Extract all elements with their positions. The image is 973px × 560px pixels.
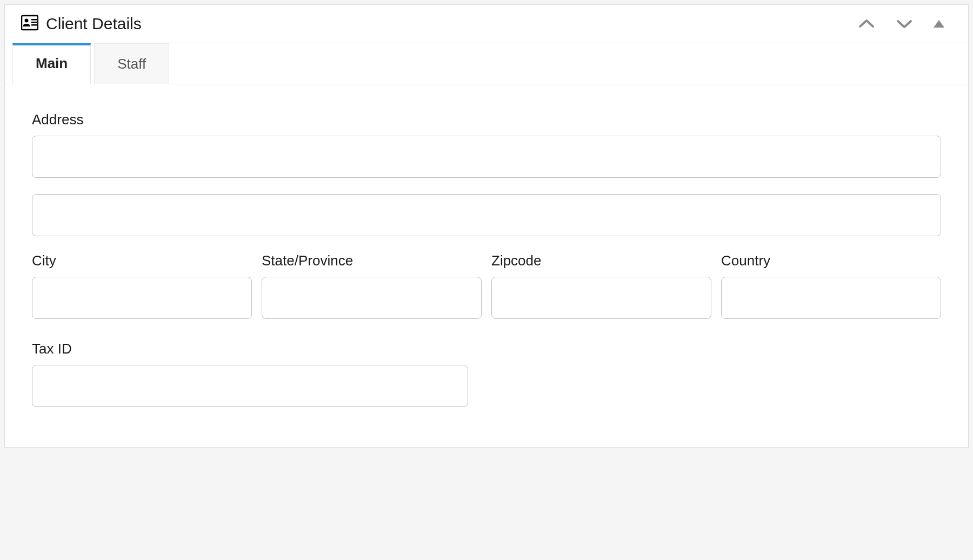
chevron-up-icon[interactable]	[856, 16, 877, 32]
tab-label: Staff	[117, 56, 146, 72]
state-input[interactable]	[262, 277, 482, 319]
svg-rect-3	[31, 22, 37, 23]
zip-label: Zipcode	[491, 252, 711, 269]
country-label: Country	[721, 252, 941, 269]
city-group: City	[32, 252, 252, 319]
svg-rect-2	[31, 19, 37, 21]
tab-main[interactable]: Main	[12, 43, 91, 84]
country-group: Country	[721, 252, 941, 319]
location-row: City State/Province Zipcode Country	[32, 252, 941, 319]
taxid-label: Tax ID	[32, 341, 468, 357]
state-group: State/Province	[262, 252, 482, 319]
city-input[interactable]	[32, 277, 252, 319]
address-group: Address	[32, 111, 941, 236]
country-input[interactable]	[721, 277, 941, 319]
panel-title: Client Details	[46, 15, 142, 33]
id-card-icon	[21, 15, 38, 33]
svg-rect-4	[31, 24, 37, 26]
tab-label: Main	[36, 55, 68, 71]
collapse-triangle-icon[interactable]	[931, 18, 947, 30]
address-line2-input[interactable]	[32, 194, 941, 236]
panel-header-left: Client Details	[21, 15, 142, 33]
panel-header-controls	[856, 16, 952, 32]
form-body: Address City State/Province Zipcode Coun…	[5, 84, 968, 418]
client-details-panel: Client Details Main Staff Address	[4, 4, 969, 448]
city-label: City	[32, 252, 252, 269]
chevron-down-icon[interactable]	[894, 16, 915, 32]
panel-header: Client Details	[5, 5, 968, 43]
address-label: Address	[32, 111, 941, 128]
tab-staff[interactable]: Staff	[94, 43, 169, 84]
address-line1-input[interactable]	[32, 136, 941, 178]
svg-point-1	[25, 19, 29, 23]
zip-group: Zipcode	[491, 252, 711, 319]
taxid-input[interactable]	[32, 365, 468, 407]
zip-input[interactable]	[491, 277, 711, 319]
state-label: State/Province	[262, 252, 482, 269]
tab-bar: Main Staff	[5, 43, 968, 84]
taxid-group: Tax ID	[32, 341, 468, 407]
